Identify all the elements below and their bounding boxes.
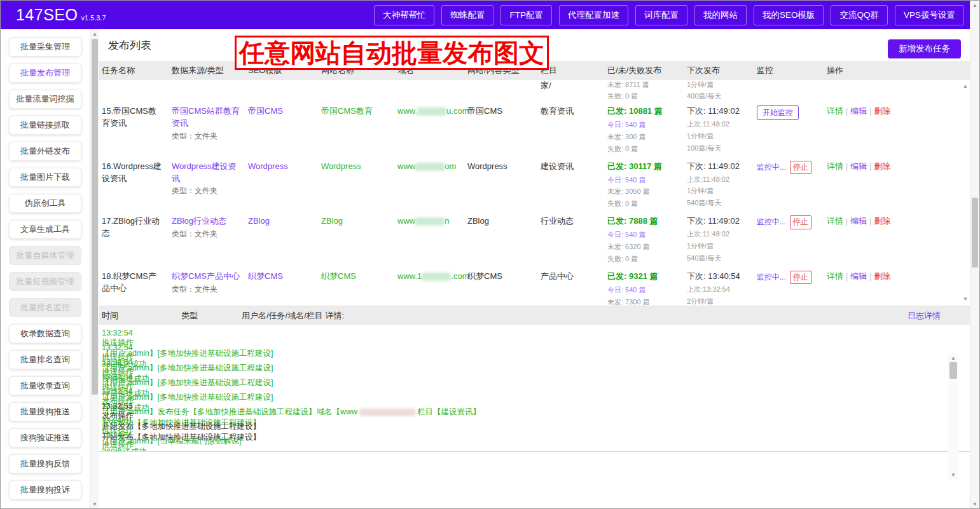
domain-cell: www.u.com (395, 105, 465, 118)
site-name-cell: 帝国CMS教育 (319, 105, 395, 118)
task-scroll-down-icon[interactable]: ▼ (963, 296, 968, 302)
partial-daily: 400篇/每天 (687, 92, 754, 99)
app-logo: 147SEO v1.5.3.7 (1, 6, 106, 24)
today-count: 今日: 540 篇 (607, 120, 679, 130)
daily-limit: 100篇/每天 (687, 144, 749, 154)
sidebar-item[interactable]: 批量收录查询 (9, 376, 81, 395)
sidebar-item[interactable]: 批量外链发布 (9, 142, 81, 161)
column-cell: 教育资讯 (538, 105, 605, 118)
today-count: 今日: 540 篇 (607, 230, 679, 240)
seo-template-link[interactable]: ZBlog (245, 215, 319, 227)
sidebar-item[interactable]: 批量排名查询 (9, 350, 81, 369)
sidebar-item[interactable]: 文章生成工具 (9, 220, 81, 239)
task-row-partial: 家/ 未发: 8711 篇 失败: 0 篇 1分钟/篇 400篇/每天 (99, 80, 970, 99)
top-nav-item[interactable]: 我的网站 (694, 5, 747, 25)
window-scrollbar[interactable]: ▲ ▼ (970, 1, 979, 508)
sidebar-item[interactable]: 批量搜狗反馈 (9, 454, 81, 473)
top-nav-item[interactable]: 我的SEO模版 (754, 5, 824, 25)
next-publish-time: 下次: 11:49:02 (687, 161, 749, 173)
top-nav-item[interactable]: VPS拨号设置 (895, 5, 964, 25)
delete-link[interactable]: 删除 (874, 216, 890, 226)
task-row: 17.ZBlog行业动态 ZBlog行业动态 类型：文件夹 ZBlog ZBlo… (99, 209, 970, 264)
top-nav-item[interactable]: 词库配置 (635, 5, 687, 25)
sidebar-item[interactable]: 批量自媒体管理 (9, 246, 81, 265)
edit-link[interactable]: 编辑 (850, 106, 867, 116)
site-name-cell: ZBlog (319, 215, 395, 227)
edit-link[interactable]: 编辑 (850, 161, 867, 171)
delete-link[interactable]: 删除 (874, 161, 890, 171)
sidebar-item[interactable]: 批量发布管理 (9, 64, 81, 83)
sidebar-scrollbar[interactable]: ▲ ▼ (90, 29, 99, 508)
detail-link[interactable]: 详情 (827, 161, 843, 171)
sidebar-item[interactable]: 批量排名监控 (9, 298, 81, 317)
detail-link[interactable]: 详情 (827, 271, 843, 281)
window-scrollbar-thumb[interactable] (972, 198, 978, 268)
top-nav-item[interactable]: FTP配置 (500, 5, 552, 25)
data-source-link[interactable]: 织梦CMS产品中心 (172, 271, 240, 283)
scrollbar-thumb[interactable] (92, 39, 98, 395)
data-source-link[interactable]: Wordpress建设资讯 (172, 161, 240, 185)
stop-monitor-button[interactable]: 停止 (790, 215, 811, 229)
schedule-cell: 下次: 13:40:54 上次:13:32:54 2分钟/篇 540篇/每天 (684, 271, 754, 306)
task-row: 15.帝国CMS教育资讯 帝国CMS站群教育资讯 类型：文件夹 帝国CMS 帝国… (99, 99, 970, 154)
annotation-box: 任意网站自动批量发布图文 (235, 36, 549, 70)
sidebar-item[interactable]: 搜狗验证推送 (9, 428, 81, 447)
source-type-label: 类型：文件夹 (172, 131, 240, 142)
unpublished-count: 未发: 6320 篇 (607, 242, 679, 252)
monitoring-label: 监控中... (757, 217, 786, 226)
domain-cell: wwwn (395, 215, 465, 227)
site-name-cell: Wordpress (319, 161, 395, 173)
sidebar-item[interactable]: 批量搜狗推送 (9, 402, 81, 421)
top-nav-item[interactable]: 代理配置加速 (559, 5, 628, 25)
top-nav-item[interactable]: 蜘蛛配置 (441, 5, 493, 25)
column-header: 数据来源/类型 (169, 65, 245, 76)
source-type-label: 类型：文件夹 (172, 186, 240, 196)
sidebar-item[interactable]: 收录数据查询 (9, 324, 81, 343)
sidebar-item[interactable]: 批量图片下载 (9, 168, 81, 187)
data-source-link[interactable]: ZBlog行业动态 (172, 215, 240, 227)
main-content: 发布列表 任意网站自动批量发布图文 新增发布任务 任务名称 数据来源/类型 SE… (99, 29, 970, 508)
seo-template-link[interactable]: Wordpress (245, 161, 319, 173)
app-header: 147SEO v1.5.3.7 大神帮帮忙 蜘蛛配置 FTP配置 代理配置加速 … (1, 1, 979, 29)
sidebar-item[interactable]: 批量流量词挖掘 (9, 90, 81, 109)
log-scrollbar[interactable]: ▲ ▼ (948, 353, 958, 479)
seo-template-link[interactable]: 帝国CMS (245, 105, 319, 118)
window-scroll-up-icon[interactable]: ▲ (970, 1, 979, 10)
sidebar-item[interactable]: 伪原创工具 (9, 194, 81, 213)
scroll-up-icon[interactable]: ▲ (90, 29, 99, 38)
edit-link[interactable]: 编辑 (850, 271, 867, 281)
new-publish-task-button[interactable]: 新增发布任务 (888, 39, 961, 58)
detail-link[interactable]: 详情 (827, 216, 843, 226)
actions-cell: 详情|编辑|删除 (824, 161, 970, 173)
stop-monitor-button[interactable]: 停止 (790, 161, 811, 174)
sidebar-item[interactable]: 批量搜狗投诉 (9, 480, 81, 499)
detail-link[interactable]: 详情 (827, 106, 843, 116)
delete-link[interactable]: 删除 (874, 106, 890, 116)
log-scrollbar-thumb[interactable] (949, 362, 957, 379)
scroll-down-icon[interactable]: ▼ (90, 499, 99, 508)
task-scroll-up-icon[interactable]: ▲ (963, 83, 968, 89)
monitoring-label: 监控中... (757, 163, 786, 172)
log-scroll-down-icon[interactable]: ▼ (948, 470, 958, 479)
top-nav-item[interactable]: 交流QQ群 (831, 5, 888, 25)
seo-template-link[interactable]: 织梦CMS (245, 271, 319, 283)
content-type-cell: 帝国CMS (465, 105, 538, 118)
sidebar-item[interactable]: 批量链接抓取 (9, 116, 81, 135)
edit-link[interactable]: 编辑 (850, 216, 867, 226)
top-nav-item[interactable]: 大神帮帮忙 (374, 5, 435, 25)
today-count: 今日: 540 篇 (607, 175, 679, 186)
stop-monitor-button[interactable]: 停止 (790, 271, 811, 284)
sidebar-item[interactable]: 批量短视频管理 (9, 272, 81, 291)
delete-link[interactable]: 删除 (874, 271, 890, 281)
partial-column-cell: 家/ (538, 80, 605, 92)
source-type-label: 类型：文件夹 (172, 229, 240, 240)
domain-cell: wwwom (395, 161, 465, 173)
logo-text: 147SEO (16, 6, 78, 24)
log-details-link[interactable]: 日志详情 (908, 310, 941, 322)
column-cell: 产品中心 (538, 271, 605, 283)
window-scroll-down-icon[interactable]: ▼ (970, 499, 979, 508)
sidebar-item[interactable]: 批量采集管理 (9, 37, 81, 57)
data-source-link[interactable]: 帝国CMS站群教育资讯 (172, 105, 240, 130)
log-scroll-up-icon[interactable]: ▲ (948, 353, 958, 362)
start-monitor-button[interactable]: 开始监控 (757, 105, 799, 120)
